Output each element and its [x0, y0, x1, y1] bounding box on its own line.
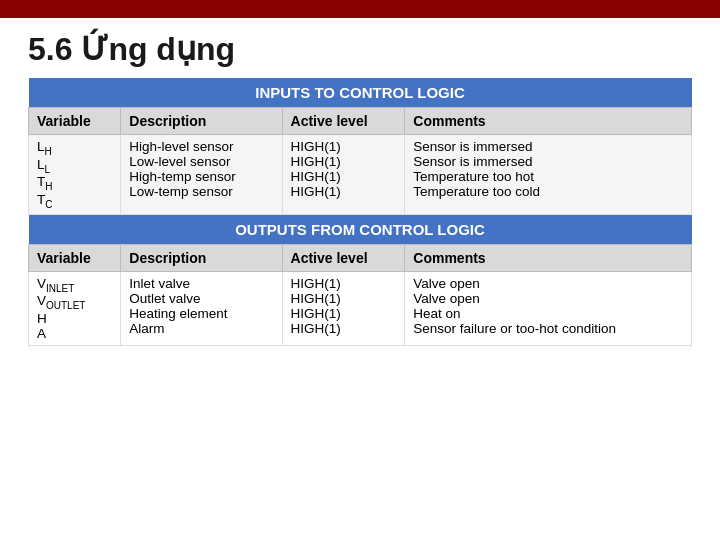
inputs-active-levels: HIGH(1) HIGH(1) HIGH(1) HIGH(1)	[282, 135, 405, 215]
inputs-comments: Sensor is immersed Sensor is immersed Te…	[405, 135, 692, 215]
outputs-descriptions: Inlet valve Outlet valve Heating element…	[121, 271, 282, 345]
inputs-col-header-row: Variable Description Active level Commen…	[29, 108, 692, 135]
outputs-section-header: OUTPUTS FROM CONTROL LOGIC	[29, 214, 692, 244]
inputs-col-variable: Variable	[29, 108, 121, 135]
outputs-col-active-level: Active level	[282, 244, 405, 271]
inputs-data-row: LH LL TH TC High-level sensor Low-level …	[29, 135, 692, 215]
inputs-col-active-level: Active level	[282, 108, 405, 135]
outputs-col-header-row: Variable Description Active level Commen…	[29, 244, 692, 271]
outputs-col-variable: Variable	[29, 244, 121, 271]
main-table: INPUTS TO CONTROL LOGIC Variable Descrip…	[28, 78, 692, 346]
outputs-variables: VINLET VOUTLET H A	[29, 271, 121, 345]
inputs-section-header: INPUTS TO CONTROL LOGIC	[29, 78, 692, 108]
outputs-col-comments: Comments	[405, 244, 692, 271]
inputs-variables: LH LL TH TC	[29, 135, 121, 215]
page-title: 5.6 Ứng dụng	[0, 18, 720, 78]
outputs-comments: Valve open Valve open Heat on Sensor fai…	[405, 271, 692, 345]
outputs-col-description: Description	[121, 244, 282, 271]
inputs-descriptions: High-level sensor Low-level sensor High-…	[121, 135, 282, 215]
inputs-col-comments: Comments	[405, 108, 692, 135]
outputs-active-levels: HIGH(1) HIGH(1) HIGH(1) HIGH(1)	[282, 271, 405, 345]
inputs-col-description: Description	[121, 108, 282, 135]
top-bar	[0, 0, 720, 18]
outputs-data-row: VINLET VOUTLET H A Inlet valve Outlet va…	[29, 271, 692, 345]
